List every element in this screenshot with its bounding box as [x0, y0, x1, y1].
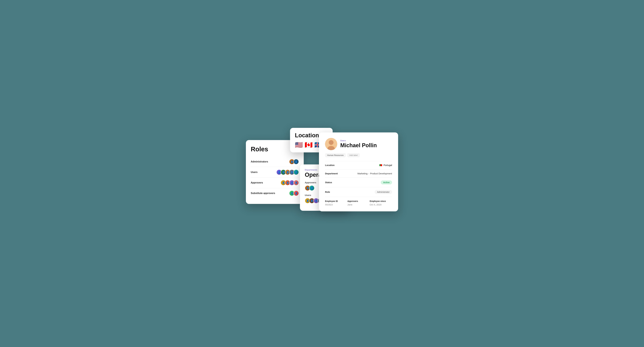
profile-info: Users Michael Pollin [340, 139, 377, 148]
role-label-approvers: Approvers [251, 181, 263, 184]
role-row-approvers[interactable]: Approvers 👤 👤 👤 👤 [251, 178, 299, 188]
since-value: Oct 4, 2020 [370, 203, 392, 206]
avatar: 👤 [294, 190, 299, 196]
approvers-stat-value: Jane [348, 203, 370, 206]
status-field-label: Status [325, 181, 332, 184]
administrators-avatars: 👤 👤 [289, 159, 299, 164]
employee-id-label: Employee ID [325, 200, 348, 202]
profile-row-status: Status Active [325, 178, 392, 187]
stat-approvers: Approvers Jane [348, 200, 370, 206]
status-badge: Active [381, 180, 392, 184]
profile-breadcrumb: Users [340, 139, 377, 142]
profile-row-role: Role Administrator [325, 187, 392, 197]
location-field-label: Location [325, 164, 335, 166]
avatar: 👤 [294, 180, 299, 185]
employee-id-value: 592923 [325, 203, 348, 206]
add-label-button[interactable]: Add label [347, 153, 360, 157]
stat-employee-id: Employee ID 592923 [325, 200, 348, 206]
role-label-users: Users [251, 171, 258, 174]
portugal-flag: 🇵🇹 [380, 164, 382, 167]
svg-point-3 [329, 140, 333, 145]
approvers-stat-label: Approvers [348, 200, 370, 202]
dept-arrow-icon: › [368, 172, 369, 175]
profile-avatar [325, 138, 337, 150]
label-human-resources[interactable]: Human Resources [325, 153, 346, 157]
profile-card: Users Michael Pollin Human Resources Add… [319, 132, 398, 211]
location-field-value: 🇵🇹 Portugal [380, 164, 392, 167]
role-field-label: Role [325, 191, 330, 193]
department-field-label: Department [325, 172, 338, 175]
profile-row-department: Department Marketing › Product Developme… [325, 169, 392, 178]
role-row-users[interactable]: Users 👤 👤 👤 👤 👤 [251, 167, 299, 178]
avatar: 👤 [309, 185, 314, 191]
approvers-avatars: 👤 👤 👤 👤 [280, 180, 299, 185]
label-group: Human Resources Add label [325, 153, 392, 157]
profile-header: Users Michael Pollin [325, 138, 392, 150]
role-badge: Administrator [375, 190, 392, 194]
bottom-stats: Employee ID 592923 Approvers Jane Employ… [325, 197, 392, 206]
role-row-administrators[interactable]: Administrators 👤 👤 [251, 157, 299, 167]
role-label-administrators: Administrators [251, 160, 268, 163]
users-avatars: 👤 👤 👤 👤 👤 [276, 169, 299, 175]
substitute-avatars: 👤 👤 [289, 190, 299, 196]
profile-row-location: Location 🇵🇹 Portugal [325, 161, 392, 169]
role-label-substitute: Substitute approvers [251, 192, 275, 195]
flag-us: 🇺🇸 [295, 142, 303, 148]
avatar: 👤 [294, 169, 299, 175]
stat-since: Employee since Oct 4, 2020 [370, 200, 392, 206]
role-row-substitute[interactable]: Substitute approvers 👤 👤 [251, 188, 299, 198]
profile-name: Michael Pollin [340, 142, 377, 148]
since-label: Employee since [370, 200, 392, 202]
flag-ca: 🇨🇦 [305, 142, 312, 148]
avatar: 👤 [294, 159, 299, 164]
department-field-value: Marketing › Product Development [358, 172, 392, 175]
